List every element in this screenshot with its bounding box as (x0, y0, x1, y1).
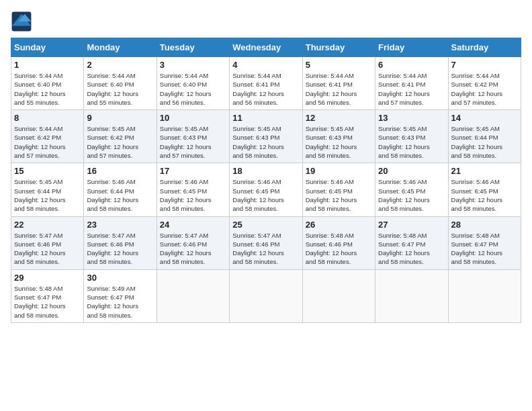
day-number: 2 (87, 60, 153, 70)
day-cell-16: 16Sunrise: 5:46 AM Sunset: 6:44 PM Dayli… (84, 163, 157, 216)
day-header-sunday: Sunday (11, 38, 84, 57)
day-cell-19: 19Sunrise: 5:46 AM Sunset: 6:45 PM Dayli… (302, 163, 375, 216)
day-header-thursday: Thursday (302, 38, 375, 57)
cell-info: Sunrise: 5:44 AM Sunset: 6:41 PM Dayligh… (232, 71, 299, 107)
cell-info: Sunrise: 5:46 AM Sunset: 6:45 PM Dayligh… (160, 177, 226, 213)
day-number: 6 (378, 60, 445, 70)
day-cell-10: 10Sunrise: 5:45 AM Sunset: 6:43 PM Dayli… (157, 110, 229, 163)
day-cell-12: 12Sunrise: 5:45 AM Sunset: 6:43 PM Dayli… (302, 110, 375, 163)
day-number: 26 (306, 220, 372, 230)
cell-info: Sunrise: 5:45 AM Sunset: 6:43 PM Dayligh… (378, 124, 445, 160)
day-cell-7: 7Sunrise: 5:44 AM Sunset: 6:42 PM Daylig… (448, 57, 521, 110)
cell-info: Sunrise: 5:46 AM Sunset: 6:45 PM Dayligh… (232, 177, 299, 213)
day-number: 25 (232, 220, 299, 230)
cell-info: Sunrise: 5:46 AM Sunset: 6:45 PM Dayligh… (378, 177, 445, 213)
week-row-3: 15Sunrise: 5:45 AM Sunset: 6:44 PM Dayli… (11, 163, 521, 216)
day-cell-11: 11Sunrise: 5:45 AM Sunset: 6:43 PM Dayli… (230, 110, 302, 163)
day-cell-1: 1Sunrise: 5:44 AM Sunset: 6:40 PM Daylig… (11, 57, 84, 110)
day-number: 12 (306, 113, 372, 123)
day-header-friday: Friday (375, 38, 448, 57)
day-cell-17: 17Sunrise: 5:46 AM Sunset: 6:45 PM Dayli… (157, 163, 229, 216)
cell-info: Sunrise: 5:45 AM Sunset: 6:42 PM Dayligh… (87, 124, 153, 160)
day-number: 18 (232, 166, 299, 176)
day-number: 30 (87, 273, 153, 283)
week-row-5: 29Sunrise: 5:48 AM Sunset: 6:47 PM Dayli… (11, 269, 521, 322)
cell-info: Sunrise: 5:46 AM Sunset: 6:45 PM Dayligh… (451, 177, 518, 213)
day-number: 22 (14, 220, 81, 230)
empty-cell (448, 269, 521, 322)
day-cell-25: 25Sunrise: 5:47 AM Sunset: 6:46 PM Dayli… (230, 216, 302, 269)
day-cell-14: 14Sunrise: 5:45 AM Sunset: 6:44 PM Dayli… (448, 110, 521, 163)
day-cell-20: 20Sunrise: 5:46 AM Sunset: 6:45 PM Dayli… (375, 163, 448, 216)
day-cell-21: 21Sunrise: 5:46 AM Sunset: 6:45 PM Dayli… (448, 163, 521, 216)
day-number: 3 (160, 60, 226, 70)
header (11, 11, 521, 32)
cell-info: Sunrise: 5:48 AM Sunset: 6:47 PM Dayligh… (378, 231, 445, 267)
day-header-monday: Monday (84, 38, 157, 57)
cell-info: Sunrise: 5:47 AM Sunset: 6:46 PM Dayligh… (87, 231, 153, 267)
day-number: 23 (87, 220, 153, 230)
week-row-1: 1Sunrise: 5:44 AM Sunset: 6:40 PM Daylig… (11, 57, 521, 110)
day-cell-9: 9Sunrise: 5:45 AM Sunset: 6:42 PM Daylig… (84, 110, 157, 163)
cell-info: Sunrise: 5:45 AM Sunset: 6:43 PM Dayligh… (160, 124, 226, 160)
day-cell-28: 28Sunrise: 5:48 AM Sunset: 6:47 PM Dayli… (448, 216, 521, 269)
day-cell-22: 22Sunrise: 5:47 AM Sunset: 6:46 PM Dayli… (11, 216, 84, 269)
day-number: 17 (160, 166, 226, 176)
day-cell-13: 13Sunrise: 5:45 AM Sunset: 6:43 PM Dayli… (375, 110, 448, 163)
day-number: 21 (451, 166, 518, 176)
day-number: 5 (306, 60, 372, 70)
cell-info: Sunrise: 5:44 AM Sunset: 6:41 PM Dayligh… (378, 71, 445, 107)
day-cell-15: 15Sunrise: 5:45 AM Sunset: 6:44 PM Dayli… (11, 163, 84, 216)
cell-info: Sunrise: 5:46 AM Sunset: 6:44 PM Dayligh… (87, 177, 153, 213)
day-cell-6: 6Sunrise: 5:44 AM Sunset: 6:41 PM Daylig… (375, 57, 448, 110)
logo (11, 11, 35, 32)
empty-cell (302, 269, 375, 322)
cell-info: Sunrise: 5:44 AM Sunset: 6:40 PM Dayligh… (14, 71, 81, 107)
day-cell-30: 30Sunrise: 5:49 AM Sunset: 6:47 PM Dayli… (84, 269, 157, 322)
day-number: 16 (87, 166, 153, 176)
day-cell-3: 3Sunrise: 5:44 AM Sunset: 6:40 PM Daylig… (157, 57, 229, 110)
day-number: 4 (232, 60, 299, 70)
day-number: 28 (451, 220, 518, 230)
cell-info: Sunrise: 5:47 AM Sunset: 6:46 PM Dayligh… (14, 231, 81, 267)
day-number: 24 (160, 220, 226, 230)
cell-info: Sunrise: 5:45 AM Sunset: 6:43 PM Dayligh… (232, 124, 299, 160)
day-number: 7 (451, 60, 518, 70)
week-row-4: 22Sunrise: 5:47 AM Sunset: 6:46 PM Dayli… (11, 216, 521, 269)
day-header-tuesday: Tuesday (157, 38, 229, 57)
cell-info: Sunrise: 5:46 AM Sunset: 6:45 PM Dayligh… (306, 177, 372, 213)
day-number: 20 (378, 166, 445, 176)
day-cell-26: 26Sunrise: 5:48 AM Sunset: 6:46 PM Dayli… (302, 216, 375, 269)
day-cell-29: 29Sunrise: 5:48 AM Sunset: 6:47 PM Dayli… (11, 269, 84, 322)
cell-info: Sunrise: 5:45 AM Sunset: 6:43 PM Dayligh… (306, 124, 372, 160)
empty-cell (157, 269, 229, 322)
day-number: 19 (306, 166, 372, 176)
empty-cell (375, 269, 448, 322)
empty-cell (230, 269, 302, 322)
day-cell-4: 4Sunrise: 5:44 AM Sunset: 6:41 PM Daylig… (230, 57, 302, 110)
week-row-2: 8Sunrise: 5:44 AM Sunset: 6:42 PM Daylig… (11, 110, 521, 163)
cell-info: Sunrise: 5:48 AM Sunset: 6:47 PM Dayligh… (451, 231, 518, 267)
days-header-row: SundayMondayTuesdayWednesdayThursdayFrid… (11, 38, 521, 57)
calendar-table: SundayMondayTuesdayWednesdayThursdayFrid… (11, 38, 521, 323)
cell-info: Sunrise: 5:47 AM Sunset: 6:46 PM Dayligh… (232, 231, 299, 267)
cell-info: Sunrise: 5:44 AM Sunset: 6:40 PM Dayligh… (87, 71, 153, 107)
day-header-wednesday: Wednesday (230, 38, 302, 57)
cell-info: Sunrise: 5:49 AM Sunset: 6:47 PM Dayligh… (87, 284, 153, 320)
day-number: 14 (451, 113, 518, 123)
cell-info: Sunrise: 5:48 AM Sunset: 6:46 PM Dayligh… (306, 231, 372, 267)
cell-info: Sunrise: 5:48 AM Sunset: 6:47 PM Dayligh… (14, 284, 81, 320)
day-number: 27 (378, 220, 445, 230)
day-number: 13 (378, 113, 445, 123)
day-number: 8 (14, 113, 81, 123)
cell-info: Sunrise: 5:45 AM Sunset: 6:44 PM Dayligh… (14, 177, 81, 213)
day-cell-5: 5Sunrise: 5:44 AM Sunset: 6:41 PM Daylig… (302, 57, 375, 110)
day-cell-24: 24Sunrise: 5:47 AM Sunset: 6:46 PM Dayli… (157, 216, 229, 269)
cell-info: Sunrise: 5:44 AM Sunset: 6:41 PM Dayligh… (306, 71, 372, 107)
day-number: 11 (232, 113, 299, 123)
day-number: 1 (14, 60, 81, 70)
day-number: 29 (14, 273, 81, 283)
day-number: 9 (87, 113, 153, 123)
cell-info: Sunrise: 5:44 AM Sunset: 6:42 PM Dayligh… (451, 71, 518, 107)
day-cell-8: 8Sunrise: 5:44 AM Sunset: 6:42 PM Daylig… (11, 110, 84, 163)
